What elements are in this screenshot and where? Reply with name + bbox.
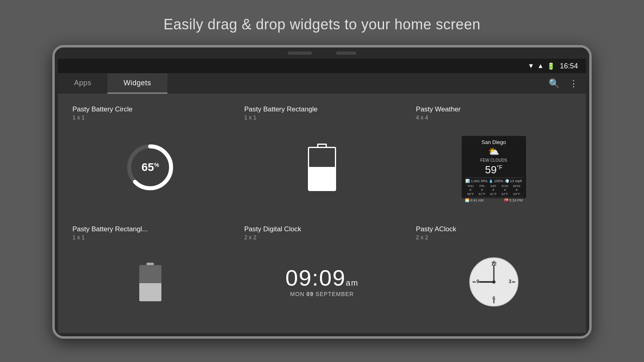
weather-condition-label: FEW CLOUDS — [465, 158, 523, 162]
battery-status-icon: 🔋 — [547, 62, 555, 70]
widget-preview-battery-rect-small — [72, 245, 228, 319]
widget-size-digital-clock: 2 x 2 — [244, 234, 256, 241]
widget-name-analog-clock: Pasty AClock — [416, 225, 456, 233]
widget-size-battery-circle: 1 x 1 — [72, 114, 85, 121]
widget-preview-digital-clock: 09:09am MON 09 SEPTEMBER — [244, 245, 400, 319]
more-options-icon[interactable]: ⋮ — [569, 78, 578, 89]
widget-size-battery-rect-small: 1 x 1 — [72, 234, 85, 241]
widget-name-battery-rect: Pasty Battery Rectangle — [244, 105, 318, 113]
clock-ampm: am — [346, 278, 359, 287]
clock-date-num: 09 — [306, 291, 314, 297]
weather-condition-icon: ⛅ — [465, 146, 523, 157]
tablet-top-bar — [55, 47, 589, 59]
signal-icon: ▲ — [537, 62, 544, 70]
screen: ▼ ▲ 🔋 16:54 Apps Widgets 🔍 ⋮ Pasty Batte… — [58, 59, 586, 333]
battery-rect-small — [139, 263, 161, 301]
svg-text:6: 6 — [492, 296, 495, 301]
svg-point-14 — [492, 280, 495, 284]
weather-sunset: 🌇 5:24 PM — [504, 198, 523, 202]
battery-circle-text: 65% — [142, 161, 159, 174]
weather-forecast: THU☀58°F FRI☀61°F SAT☀61°F SUN☀62°F MON☀… — [465, 184, 523, 196]
widget-size-battery-rect: 1 x 1 — [244, 114, 256, 121]
clock-time-display: 09:09am — [285, 267, 359, 289]
weather-city: San Diego — [465, 139, 523, 145]
battery-rect-large — [308, 144, 336, 191]
widget-name-battery-rect-small: Pasty Battery Rectangl... — [72, 225, 148, 233]
weather-unit: °F — [497, 165, 502, 171]
battery-fill — [309, 167, 335, 190]
widget-size-analog-clock: 2 x 2 — [416, 234, 428, 241]
battery-circle: 65% — [124, 141, 176, 193]
widget-cell-digital-clock[interactable]: Pasty Digital Clock 2 x 2 09:09am MON 09… — [238, 220, 407, 327]
tablet-button — [336, 51, 356, 55]
weather-humidity: 💧 100% — [489, 179, 504, 183]
forecast-sat: SAT☀61°F — [490, 184, 497, 196]
content-grid: Pasty Battery Circle 1 x 1 65% — [58, 94, 586, 333]
widget-cell-analog-clock[interactable]: Pasty AClock 2 x 2 — [409, 220, 578, 327]
weather-stats: 📊 1,041 hPa 💧 100% 💨 13 mph — [465, 177, 523, 183]
tab-apps[interactable]: Apps — [58, 73, 107, 94]
widget-preview-weather: San Diego ⛅ FEW CLOUDS 59°F 📊 1,041 hPa … — [416, 125, 572, 209]
battery-tip-small — [147, 263, 154, 265]
forecast-fri: FRI☀61°F — [479, 184, 485, 196]
headline: Easily drag & drop widgets to your home … — [163, 16, 480, 33]
weather-wind: 💨 13 mph — [505, 179, 522, 183]
tablet-camera — [288, 51, 312, 55]
widget-size-weather: 4 x 4 — [416, 114, 428, 121]
battery-body-small — [139, 265, 161, 301]
widget-name-weather: Pasty Weather — [416, 105, 460, 113]
tablet-frame: ▼ ▲ 🔋 16:54 Apps Widgets 🔍 ⋮ Pasty Batte… — [52, 45, 592, 339]
widget-name-battery-circle: Pasty Battery Circle — [72, 105, 132, 113]
battery-body — [308, 147, 336, 191]
battery-fill-small — [139, 283, 161, 301]
status-bar: ▼ ▲ 🔋 16:54 — [58, 59, 586, 73]
widget-cell-battery-rect-large[interactable]: Pasty Battery Rectangle 1 x 1 — [238, 101, 407, 217]
analog-clock: 12 3 6 9 — [468, 256, 520, 308]
tab-widgets[interactable]: Widgets — [107, 73, 167, 94]
clock-time-value: 09:09 — [285, 265, 346, 290]
status-time: 16:54 — [560, 62, 578, 70]
tabs-right: 🔍 ⋮ — [549, 73, 586, 94]
search-icon[interactable]: 🔍 — [549, 78, 559, 89]
svg-text:9: 9 — [476, 279, 479, 284]
weather-temperature: 59°F — [465, 164, 523, 176]
digital-clock: 09:09am MON 09 SEPTEMBER — [285, 267, 359, 297]
weather-pressure: 📊 1,041 hPa — [465, 179, 487, 183]
wifi-icon: ▼ — [528, 62, 534, 70]
widget-cell-battery-rect-small[interactable]: Pasty Battery Rectangl... 1 x 1 — [66, 220, 235, 327]
widget-preview-battery-rect — [244, 125, 400, 209]
weather-sunrise: 🌅 6:41 AM — [465, 198, 484, 202]
battery-tip — [317, 144, 327, 147]
widget-name-digital-clock: Pasty Digital Clock — [244, 225, 301, 233]
battery-percent-sign: % — [154, 161, 159, 168]
widget-preview-analog-clock: 12 3 6 9 — [416, 245, 572, 319]
svg-text:3: 3 — [508, 279, 511, 284]
weather-sun-row: 🌅 6:41 AM 🌇 5:24 PM — [465, 197, 523, 202]
forecast-sun: SUN☀62°F — [502, 184, 508, 196]
widget-cell-weather[interactable]: Pasty Weather 4 x 4 San Diego ⛅ FEW CLOU… — [409, 101, 578, 217]
analog-clock-svg: 12 3 6 9 — [468, 256, 520, 308]
weather-widget: San Diego ⛅ FEW CLOUDS 59°F 📊 1,041 hPa … — [462, 136, 526, 198]
widget-preview-battery-circle: 65% — [72, 125, 228, 209]
tabs-bar: Apps Widgets 🔍 ⋮ — [58, 73, 586, 94]
widget-cell-battery-circle[interactable]: Pasty Battery Circle 1 x 1 65% — [66, 101, 235, 217]
clock-date-display: MON 09 SEPTEMBER — [290, 291, 354, 297]
forecast-thu: THU☀58°F — [467, 184, 474, 196]
forecast-mon: MON☀63°F — [513, 184, 520, 196]
